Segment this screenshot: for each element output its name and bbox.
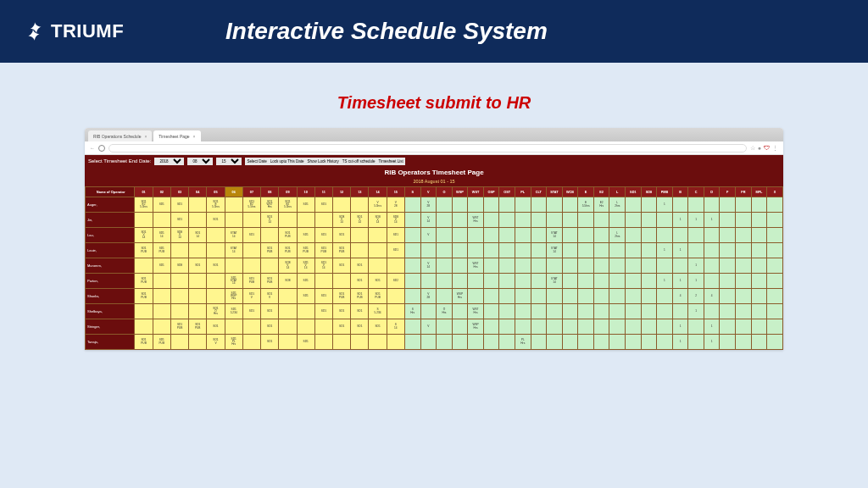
close-icon[interactable]: × [144, 134, 147, 139]
timesheet-list-button[interactable]: Timesheet List [377, 158, 405, 165]
day-cell[interactable] [207, 228, 225, 243]
day-cell[interactable] [189, 289, 207, 304]
day-cell[interactable] [297, 304, 314, 319]
day-cell[interactable]: SD1 [387, 228, 404, 243]
day-cell[interactable]: SD8 [170, 258, 188, 274]
year-select[interactable]: 2018 [154, 158, 184, 165]
menu-icon[interactable]: ⋮ [772, 145, 778, 152]
day-cell[interactable] [153, 274, 170, 289]
day-cell[interactable]: SD1V [261, 289, 279, 304]
day-cell[interactable]: SD1PUB [135, 274, 153, 289]
day-cell[interactable]: SD1PLHrs [225, 335, 242, 350]
day-cell[interactable]: SD1PUB [153, 335, 170, 350]
star-icon[interactable]: ☆ [750, 145, 755, 152]
day-cell[interactable]: SD2 [387, 274, 404, 289]
day-cell[interactable] [369, 335, 387, 350]
day-cell[interactable] [332, 335, 350, 350]
day-cell[interactable] [170, 274, 188, 289]
day-cell[interactable] [242, 243, 260, 258]
day-cell[interactable]: SD1PUB [261, 274, 279, 289]
day-cell[interactable]: SD1STAT14 [225, 274, 242, 289]
day-cell[interactable] [242, 213, 260, 228]
day-cell[interactable] [242, 258, 260, 274]
back-icon[interactable]: ← [90, 146, 95, 151]
day-cell[interactable]: SD1PUB [135, 335, 153, 350]
day-cell[interactable] [153, 319, 170, 335]
day-cell[interactable] [261, 228, 279, 243]
day-cell[interactable] [351, 197, 369, 213]
day-cell[interactable] [242, 319, 260, 335]
shield-icon[interactable]: 🛡 [764, 145, 770, 151]
day-cell[interactable]: SD1PUB [279, 243, 297, 258]
day-cell[interactable]: SD1PUB [279, 228, 297, 243]
day-cell[interactable] [369, 258, 387, 274]
day-cell[interactable]: SD1 [314, 228, 332, 243]
day-cell[interactable]: SD1E5.5hrs [207, 197, 225, 213]
day-cell[interactable]: SD1 [242, 228, 260, 243]
lock-upto-this-date-button[interactable]: Lock upto This Date [269, 158, 306, 165]
day-cell[interactable] [261, 258, 279, 274]
day-cell[interactable]: SD1 [242, 304, 260, 319]
show-lock-history-button[interactable]: Show Lock History [306, 158, 341, 165]
day-cell[interactable] [135, 213, 153, 228]
day-cell[interactable]: STAT14 [225, 228, 242, 243]
day-cell[interactable]: S5.234 [369, 304, 387, 319]
day-cell[interactable] [297, 319, 314, 335]
day-cell[interactable]: SD114 [189, 228, 207, 243]
day-cell[interactable] [225, 258, 242, 274]
day-cell[interactable] [387, 335, 404, 350]
month-select[interactable]: 08 [187, 158, 213, 165]
day-cell[interactable] [279, 289, 297, 304]
day-cell[interactable]: SD1 [297, 197, 314, 213]
day-cell[interactable]: SD1PUB [314, 243, 332, 258]
day-cell[interactable]: SD114 [153, 228, 170, 243]
day-cell[interactable]: SD1 [369, 319, 387, 335]
browser-tab[interactable]: Timesheet Page× [153, 130, 200, 141]
day-cell[interactable] [279, 213, 297, 228]
day-cell[interactable]: SD1 [189, 258, 207, 274]
close-icon[interactable]: × [193, 134, 196, 139]
day-cell[interactable] [189, 243, 207, 258]
day-cell[interactable] [332, 274, 350, 289]
day-cell[interactable]: SD1OHrs [207, 304, 225, 319]
day-cell[interactable] [351, 228, 369, 243]
day-cell[interactable] [314, 335, 332, 350]
day-cell[interactable] [297, 213, 314, 228]
day-cell[interactable]: SD1 [351, 274, 369, 289]
day-cell[interactable]: SD1PUB [332, 243, 350, 258]
day-cell[interactable] [170, 289, 188, 304]
day-cell[interactable]: SD1 [332, 258, 350, 274]
day-cell[interactable] [189, 274, 207, 289]
day-cell[interactable]: SD1PUB [297, 243, 314, 258]
day-cell[interactable]: SD8V14 [369, 213, 387, 228]
day-cell[interactable]: SD1 [351, 258, 369, 274]
day-cell[interactable]: SD8V14 [332, 213, 350, 228]
day-cell[interactable]: SD1PUB [153, 243, 170, 258]
day-cell[interactable]: SD1V [207, 335, 225, 350]
day-cell[interactable] [369, 228, 387, 243]
day-cell[interactable]: S14 [387, 319, 404, 335]
day-cell[interactable] [135, 319, 153, 335]
day-cell[interactable] [314, 213, 332, 228]
reload-icon[interactable] [98, 145, 105, 152]
day-cell[interactable] [135, 258, 153, 274]
day-cell[interactable]: SD1 [351, 304, 369, 319]
day-cell[interactable]: SD1 [332, 228, 350, 243]
day-cell[interactable] [189, 335, 207, 350]
day-cell[interactable]: V5.5hrs [369, 197, 387, 213]
day-cell[interactable]: SD8V14 [387, 213, 404, 228]
day-cell[interactable]: SD1 [387, 243, 404, 258]
day-cell[interactable]: SD1 [314, 197, 332, 213]
day-cell[interactable] [153, 304, 170, 319]
day-cell[interactable] [351, 335, 369, 350]
day-cell[interactable]: SD1 [207, 213, 225, 228]
day-cell[interactable]: SD1WSTHrs [261, 197, 279, 213]
day-cell[interactable]: SD1E25.5hrs [279, 197, 297, 213]
day-cell[interactable]: SD1 [297, 289, 314, 304]
day-cell[interactable]: SD1E25.5hrs [242, 197, 260, 213]
day-cell[interactable] [279, 304, 297, 319]
day-cell[interactable]: SD1 [351, 319, 369, 335]
day-cell[interactable] [369, 243, 387, 258]
day-cell[interactable] [225, 319, 242, 335]
day-cell[interactable] [189, 304, 207, 319]
